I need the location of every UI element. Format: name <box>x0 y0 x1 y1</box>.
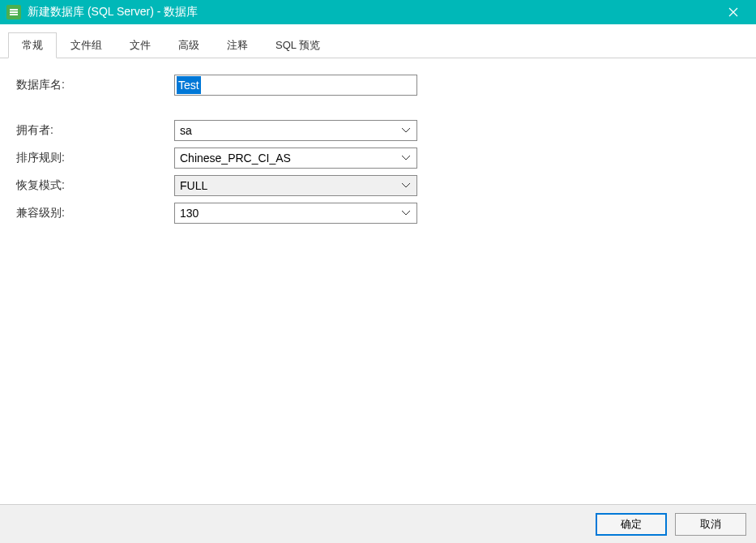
owner-select[interactable]: sa <box>174 120 417 141</box>
collation-select[interactable]: Chinese_PRC_CI_AS <box>174 148 417 169</box>
row-recovery-model: 恢复模式: FULL <box>16 175 740 196</box>
svg-rect-2 <box>10 14 18 15</box>
database-name-label: 数据库名: <box>16 78 174 92</box>
window-title: 新建数据库 (SQL Server) - 数据库 <box>28 5 717 19</box>
row-owner: 拥有者: sa <box>16 120 740 141</box>
compatibility-level-label: 兼容级别: <box>16 206 174 220</box>
tab-files[interactable]: 文件 <box>116 32 164 58</box>
tab-sql-preview[interactable]: SQL 预览 <box>262 32 334 58</box>
content-panel: 数据库名: Test 拥有者: sa 排序规则: Chinese_PRC_CI_… <box>0 58 756 504</box>
titlebar: 新建数据库 (SQL Server) - 数据库 <box>0 0 756 24</box>
svg-rect-0 <box>10 9 18 11</box>
database-name-input[interactable] <box>174 75 417 96</box>
collation-label: 排序规则: <box>16 151 174 165</box>
row-database-name: 数据库名: Test <box>16 75 740 96</box>
tabs: 常规 文件组 文件 高级 注释 SQL 预览 <box>0 24 756 58</box>
row-collation: 排序规则: Chinese_PRC_CI_AS <box>16 148 740 169</box>
tab-comment[interactable]: 注释 <box>213 32 262 58</box>
recovery-model-label: 恢复模式: <box>16 178 174 193</box>
footer: 确定 取消 <box>0 504 756 543</box>
close-button[interactable] <box>717 0 750 24</box>
tab-general[interactable]: 常规 <box>8 32 57 58</box>
compatibility-level-select[interactable]: 130 <box>174 203 417 224</box>
app-icon <box>6 5 21 19</box>
row-compatibility-level: 兼容级别: 130 <box>16 203 740 224</box>
ok-button[interactable]: 确定 <box>596 513 667 536</box>
owner-label: 拥有者: <box>16 123 174 138</box>
tab-advanced[interactable]: 高级 <box>164 32 213 58</box>
cancel-button[interactable]: 取消 <box>675 513 746 536</box>
recovery-model-select[interactable]: FULL <box>174 175 417 196</box>
svg-rect-1 <box>10 11 18 13</box>
tab-filegroups[interactable]: 文件组 <box>57 32 116 58</box>
